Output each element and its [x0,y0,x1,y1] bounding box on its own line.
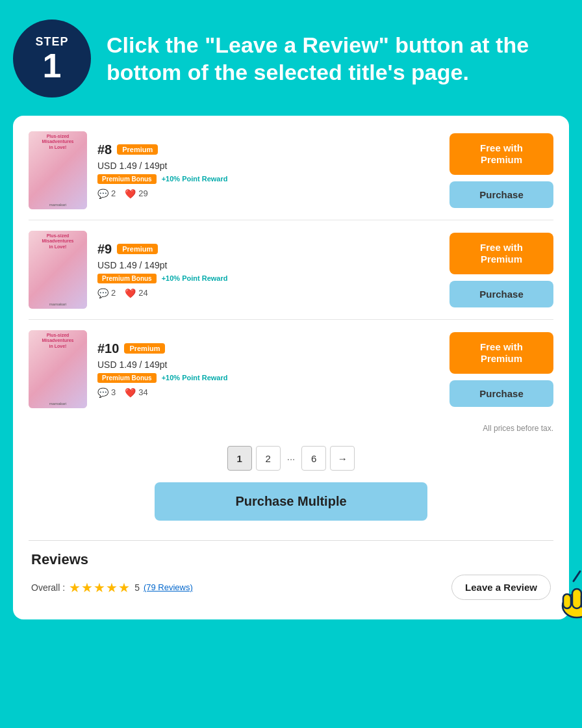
volume-info-8: #8 Premium USD 1.49 / 149pt Premium Bonu… [97,131,439,209]
volume-title-row: #9 Premium [97,242,439,257]
like-count: 24 [138,288,147,298]
comment-count: 2 [111,288,116,298]
cursor-indicator [554,568,582,620]
svg-rect-4 [572,589,581,608]
step-circle: STEP 1 [13,20,91,98]
volume-list: Plus-sizedMisadventuresin Love! mamakari… [29,131,553,419]
header-section: STEP 1 Click the "Leave a Review" button… [13,20,569,98]
review-count[interactable]: (79 Reviews) [144,582,193,592]
comment-count: 3 [111,387,116,397]
volume-tags: Premium Bonus +10% Point Reward [97,174,439,184]
volume-price: USD 1.49 / 149pt [97,260,439,270]
step-number: 1 [43,49,62,83]
volume-tags: Premium Bonus +10% Point Reward [97,274,439,283]
comment-stat: 💬 2 [97,288,116,298]
heart-icon: ❤️ [125,387,136,398]
star-rating: ★★★★★ [69,580,131,595]
pagination: 1 2 ··· 6 → [29,446,553,471]
volume-number: #10 [97,341,119,356]
leave-review-area: Leave a Review [451,575,551,600]
heart-icon: ❤️ [125,188,136,199]
page-dots: ··· [285,453,298,464]
like-count: 29 [138,188,147,198]
comment-icon: 💬 [97,188,108,199]
volume-price: USD 1.49 / 149pt [97,161,439,171]
points-badge: +10% Point Reward [162,374,228,382]
volume-number: #8 [97,142,112,157]
comment-icon: 💬 [97,387,108,398]
volume-cover-9: Plus-sizedMisadventuresin Love! mamakari [29,231,87,309]
free-premium-button[interactable]: Free withPremium [449,233,553,274]
bonus-badge: Premium Bonus [97,373,157,383]
volume-title-row: #10 Premium [97,341,439,356]
page-button-2[interactable]: 2 [256,446,281,471]
volume-stats: 💬 3 ❤️ 34 [97,387,439,398]
bonus-badge: Premium Bonus [97,174,157,184]
comment-count: 2 [111,188,116,198]
heart-icon: ❤️ [125,288,136,298]
purchase-button[interactable]: Purchase [449,281,553,307]
comment-stat: 💬 2 [97,188,116,199]
volume-buttons-10: Free withPremium Purchase [449,330,553,408]
purchase-button[interactable]: Purchase [449,181,553,208]
page-button-1[interactable]: 1 [227,446,252,471]
volume-title-row: #8 Premium [97,142,439,157]
leave-review-button[interactable]: Leave a Review [451,575,551,600]
volume-info-10: #10 Premium USD 1.49 / 149pt Premium Bon… [97,330,439,408]
free-premium-button[interactable]: Free withPremium [449,133,553,175]
like-stat: ❤️ 34 [125,387,147,398]
premium-badge: Premium [124,343,165,354]
premium-badge: Premium [117,144,158,155]
reviews-overall: Overall : ★★★★★ 5 (79 Reviews) [31,580,193,595]
instruction-text: Click the "Leave a Review" button at the… [107,31,569,86]
volume-price: USD 1.49 / 149pt [97,359,439,370]
next-page-button[interactable]: → [330,446,355,471]
reviews-row: Overall : ★★★★★ 5 (79 Reviews) Leave a R… [31,575,551,600]
like-count: 34 [138,387,147,397]
rating-value: 5 [134,582,140,593]
reviews-title: Reviews [31,551,551,568]
volume-info-9: #9 Premium USD 1.49 / 149pt Premium Bonu… [97,231,439,309]
cover-title: Plus-sizedMisadventuresin Love! [31,134,84,150]
page-button-6[interactable]: 6 [301,446,326,471]
volume-tags: Premium Bonus +10% Point Reward [97,373,439,383]
tax-note: All prices before tax. [29,424,553,433]
main-card: Plus-sizedMisadventuresin Love! mamakari… [13,116,569,619]
volume-cover-10: Plus-sizedMisadventuresin Love! mamakari [29,330,87,408]
volume-number: #9 [97,242,112,257]
volume-row: Plus-sizedMisadventuresin Love! mamakari… [29,131,553,220]
bonus-badge: Premium Bonus [97,274,157,283]
purchase-button[interactable]: Purchase [449,380,553,407]
like-stat: ❤️ 24 [125,288,147,298]
volume-buttons-8: Free withPremium Purchase [449,131,553,209]
premium-badge: Premium [117,244,158,254]
divider [29,540,553,541]
comment-icon: 💬 [97,288,108,298]
volume-row: Plus-sizedMisadventuresin Love! mamakari… [29,220,553,320]
like-stat: ❤️ 29 [125,188,147,199]
points-badge: +10% Point Reward [162,175,228,183]
volume-stats: 💬 2 ❤️ 29 [97,188,439,199]
purchase-multiple-button[interactable]: Purchase Multiple [155,482,427,521]
cover-title: Plus-sizedMisadventuresin Love! [31,333,84,349]
reviews-section: Reviews Overall : ★★★★★ 5 (79 Reviews) L… [29,551,553,600]
overall-label: Overall : [31,582,65,593]
free-premium-button[interactable]: Free withPremium [449,332,553,374]
svg-line-0 [574,571,580,581]
volume-cover-8: Plus-sizedMisadventuresin Love! mamakari [29,131,87,209]
volume-stats: 💬 2 ❤️ 24 [97,288,439,298]
cover-title: Plus-sizedMisadventuresin Love! [31,233,84,250]
volume-buttons-9: Free withPremium Purchase [449,231,553,309]
svg-rect-5 [563,594,571,608]
points-badge: +10% Point Reward [162,274,228,282]
volume-row: Plus-sizedMisadventuresin Love! mamakari… [29,320,553,419]
comment-stat: 💬 3 [97,387,116,398]
